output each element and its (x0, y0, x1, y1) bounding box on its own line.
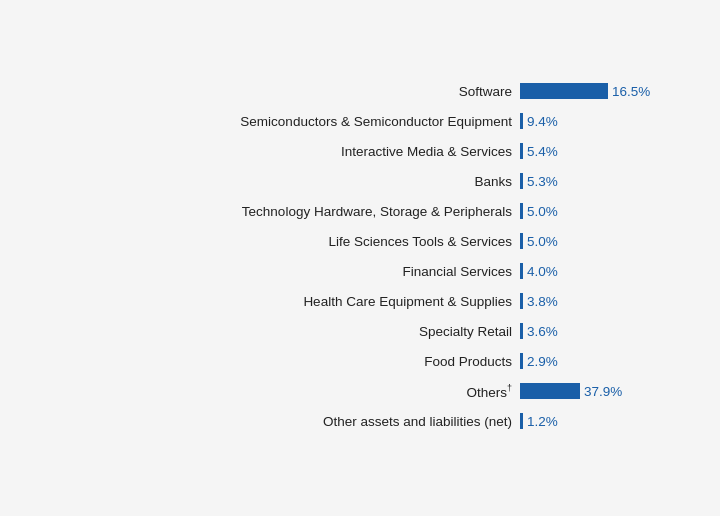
bar (520, 173, 523, 189)
bar-section: 1.2% (520, 413, 680, 429)
chart-row: Semiconductors & Semiconductor Equipment… (40, 108, 680, 134)
row-label: Semiconductors & Semiconductor Equipment (240, 114, 512, 129)
bar-section: 37.9% (520, 383, 680, 399)
bar-value: 5.0% (527, 204, 558, 219)
bar-value: 5.4% (527, 144, 558, 159)
row-label: Financial Services (402, 264, 512, 279)
chart-row: Software16.5% (40, 78, 680, 104)
bar-value: 1.2% (527, 414, 558, 429)
chart-row: Interactive Media & Services5.4% (40, 138, 680, 164)
chart-row: Banks5.3% (40, 168, 680, 194)
bar (520, 263, 523, 279)
chart-row: Other assets and liabilities (net)1.2% (40, 408, 680, 434)
row-label: Others† (466, 383, 512, 400)
chart-row: Financial Services4.0% (40, 258, 680, 284)
bar-section: 2.9% (520, 353, 680, 369)
bar (520, 353, 523, 369)
bar-value: 2.9% (527, 354, 558, 369)
bar-value: 3.6% (527, 324, 558, 339)
bar (520, 323, 523, 339)
bar-value: 9.4% (527, 114, 558, 129)
bar-section: 5.0% (520, 233, 680, 249)
row-label: Technology Hardware, Storage & Periphera… (242, 204, 512, 219)
chart-row: Technology Hardware, Storage & Periphera… (40, 198, 680, 224)
bar-value: 5.0% (527, 234, 558, 249)
row-label: Software (459, 84, 512, 99)
bar-value: 3.8% (527, 294, 558, 309)
chart-row: Life Sciences Tools & Services5.0% (40, 228, 680, 254)
row-label: Other assets and liabilities (net) (323, 414, 512, 429)
bar (520, 143, 523, 159)
bar-value: 5.3% (527, 174, 558, 189)
bar-section: 16.5% (520, 83, 680, 99)
bar-section: 3.6% (520, 323, 680, 339)
bar-section: 9.4% (520, 113, 680, 129)
bar-section: 5.4% (520, 143, 680, 159)
bar-section: 4.0% (520, 263, 680, 279)
bar (520, 203, 523, 219)
chart-row: Specialty Retail3.6% (40, 318, 680, 344)
bar (520, 233, 523, 249)
chart-row: Food Products2.9% (40, 348, 680, 374)
bar-value: 16.5% (612, 84, 650, 99)
bar-value: 4.0% (527, 264, 558, 279)
bar-value: 37.9% (584, 384, 622, 399)
bar-section: 5.0% (520, 203, 680, 219)
row-label: Banks (474, 174, 512, 189)
row-label: Specialty Retail (419, 324, 512, 339)
bar (520, 413, 523, 429)
chart-container: Software16.5%Semiconductors & Semiconduc… (20, 48, 700, 468)
bar-section: 3.8% (520, 293, 680, 309)
bar-section: 5.3% (520, 173, 680, 189)
bar (520, 113, 523, 129)
row-label: Interactive Media & Services (341, 144, 512, 159)
bar (520, 293, 523, 309)
row-label: Food Products (424, 354, 512, 369)
row-label: Health Care Equipment & Supplies (303, 294, 512, 309)
chart-row: Others†37.9% (40, 378, 680, 404)
bar (520, 83, 608, 99)
chart-row: Health Care Equipment & Supplies3.8% (40, 288, 680, 314)
bar (520, 383, 580, 399)
row-label: Life Sciences Tools & Services (328, 234, 512, 249)
